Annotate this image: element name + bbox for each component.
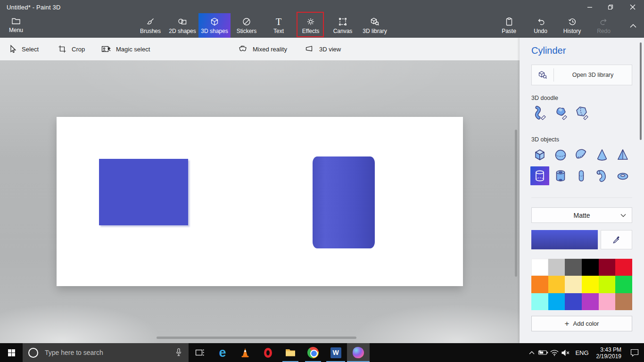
tab-label: 3D library xyxy=(363,28,387,34)
taskbar-opera[interactable] xyxy=(256,343,279,362)
minimize-button[interactable] xyxy=(579,0,600,14)
tab-3d-library[interactable]: 3D library xyxy=(359,13,391,38)
shape-cone[interactable] xyxy=(593,146,611,165)
clock-time: 3:43 PM xyxy=(596,346,621,353)
taskbar-paint3d[interactable] xyxy=(347,343,370,362)
menu-button[interactable]: Menu xyxy=(4,13,28,37)
palette-color[interactable] xyxy=(531,293,548,310)
taskbar-chrome[interactable] xyxy=(302,343,324,362)
shape-capsule[interactable] xyxy=(572,166,591,185)
tab-3d-shapes[interactable]: 3D shapes xyxy=(198,13,231,38)
shape-hemisphere[interactable] xyxy=(572,146,591,165)
start-button[interactable] xyxy=(0,343,23,362)
crop-button[interactable]: Crop xyxy=(58,38,85,60)
shape-cube[interactable] xyxy=(530,146,549,165)
tab-2d-shapes[interactable]: 2D shapes xyxy=(166,13,198,38)
canvas-shape-square[interactable] xyxy=(99,159,188,225)
collapse-ribbon-button[interactable] xyxy=(625,18,641,34)
taskbar-vlc[interactable] xyxy=(234,343,256,362)
tab-brushes[interactable]: Brushes xyxy=(134,13,166,38)
language-indicator[interactable]: ENG xyxy=(571,343,592,362)
palette-color[interactable] xyxy=(615,293,632,310)
3d-view-icon xyxy=(304,44,314,54)
search-input[interactable] xyxy=(38,349,175,356)
taskbar-file-explorer[interactable] xyxy=(279,343,302,362)
palette-color[interactable] xyxy=(548,276,565,293)
shape-cylinder[interactable] xyxy=(530,166,549,185)
palette-color[interactable] xyxy=(582,276,599,293)
magic-select-button[interactable]: Magic select xyxy=(101,38,150,60)
battery-status[interactable] xyxy=(537,343,549,362)
cone-icon xyxy=(595,148,609,162)
sharp-doodle-tool[interactable] xyxy=(531,105,547,121)
shape-doughnut[interactable] xyxy=(613,166,632,185)
microphone-icon[interactable] xyxy=(175,348,182,357)
history-icon xyxy=(568,17,577,26)
palette-color[interactable] xyxy=(599,276,616,293)
history-button[interactable]: History xyxy=(556,13,588,38)
drawing-canvas[interactable] xyxy=(57,117,463,286)
palette-color[interactable] xyxy=(531,259,548,276)
palette-color[interactable] xyxy=(599,293,616,310)
brush-icon xyxy=(146,17,155,26)
palette-color[interactable] xyxy=(599,259,616,276)
palette-color[interactable] xyxy=(565,276,582,293)
workspace-horizontal-scrollbar[interactable] xyxy=(157,337,356,339)
panel-scrollbar[interactable] xyxy=(640,42,642,140)
redo-button[interactable]: Redo xyxy=(588,13,619,38)
task-view-button[interactable] xyxy=(189,343,211,362)
capsule-icon xyxy=(574,169,588,183)
mixed-reality-button[interactable]: Mixed reality xyxy=(238,38,287,60)
3d-view-label: 3D view xyxy=(319,46,341,53)
close-button[interactable] xyxy=(621,0,644,14)
3d-view-button[interactable]: 3D view xyxy=(304,38,341,60)
taskbar-edge[interactable]: e xyxy=(211,343,234,362)
tab-canvas[interactable]: Canvas xyxy=(327,13,359,38)
tab-stickers[interactable]: Stickers xyxy=(231,13,263,38)
palette-color[interactable] xyxy=(565,259,582,276)
shape-curved-tube[interactable] xyxy=(593,166,611,185)
shape-pyramid[interactable] xyxy=(613,146,632,165)
palette-color[interactable] xyxy=(531,276,548,293)
palette-color[interactable] xyxy=(548,259,565,276)
taskbar-word[interactable]: W xyxy=(324,343,347,362)
eyedropper-button[interactable] xyxy=(601,230,632,249)
workspace-vertical-scrollbar[interactable] xyxy=(515,130,517,277)
effects-sun-icon xyxy=(306,17,315,26)
taskbar-search[interactable] xyxy=(23,343,189,362)
action-center-button[interactable] xyxy=(625,343,644,362)
tray-chevron-button[interactable] xyxy=(526,343,537,362)
add-color-button[interactable]: + Add color xyxy=(531,316,632,331)
system-tray: ENG 3:43 PM 2/19/2019 xyxy=(526,343,644,362)
minimize-icon xyxy=(587,4,593,10)
tab-text[interactable]: T Text xyxy=(263,13,295,38)
palette-color[interactable] xyxy=(548,293,565,310)
shape-sphere[interactable] xyxy=(551,146,570,165)
palette-color[interactable] xyxy=(615,259,632,276)
tab-effects[interactable]: Effects xyxy=(295,13,327,38)
selected-color-swatch[interactable] xyxy=(531,230,598,249)
restore-button[interactable] xyxy=(600,0,621,14)
polygon-doodle-tool[interactable] xyxy=(574,105,590,121)
taskbar-clock[interactable]: 3:43 PM 2/19/2019 xyxy=(593,346,625,360)
shape-tube[interactable] xyxy=(551,166,570,185)
squiggle-doodle-icon xyxy=(532,105,547,120)
mixed-reality-icon xyxy=(238,44,248,54)
clock-date: 2/19/2019 xyxy=(596,353,621,360)
soft-doodle-tool[interactable] xyxy=(553,105,569,121)
wifi-status[interactable] xyxy=(549,343,560,362)
select-button[interactable]: Select xyxy=(8,38,39,60)
library-cube-icon xyxy=(532,70,553,80)
undo-button[interactable]: Undo xyxy=(525,13,556,38)
palette-color[interactable] xyxy=(582,259,599,276)
palette-color[interactable] xyxy=(582,293,599,310)
paste-button[interactable]: Paste xyxy=(493,13,525,38)
material-dropdown[interactable]: Matte xyxy=(531,207,632,223)
canvas-shape-cylinder[interactable] xyxy=(313,156,375,248)
panel-divider xyxy=(531,197,632,198)
volume-status[interactable] xyxy=(560,343,571,362)
palette-color[interactable] xyxy=(565,293,582,310)
palette-color[interactable] xyxy=(615,276,632,293)
open-3d-library-button[interactable]: Open 3D library xyxy=(531,65,632,85)
task-view-icon xyxy=(195,348,205,357)
